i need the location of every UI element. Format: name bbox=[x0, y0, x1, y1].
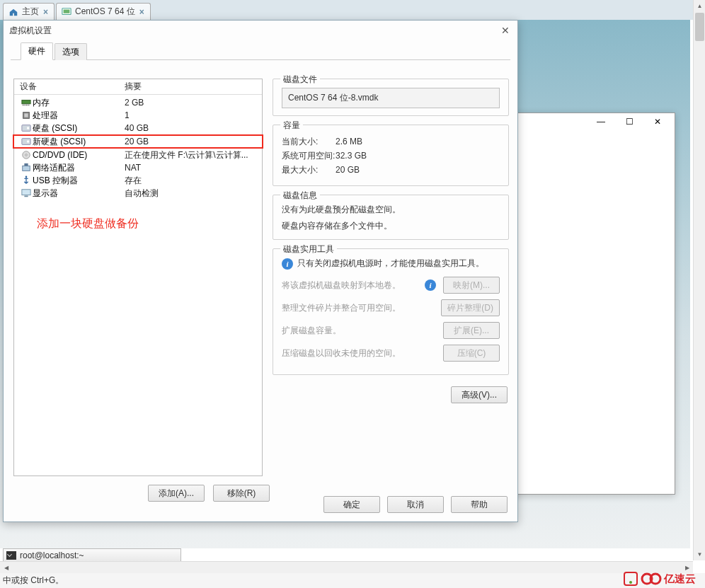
scroll-left-icon[interactable]: ◀ bbox=[0, 562, 12, 574]
browser-root: — ☐ ✕ 主页 × CentOS 7 64 位 × 虚拟机设置 ✕ 硬件 bbox=[0, 0, 705, 588]
close-button[interactable]: ✕ bbox=[643, 115, 672, 128]
svg-rect-4 bbox=[24, 105, 25, 106]
cap-free-label: 系统可用空间: bbox=[282, 150, 336, 162]
tab-hardware[interactable]: 硬件 bbox=[21, 42, 53, 60]
horizontal-scrollbar[interactable]: ◀ ▶ bbox=[0, 561, 693, 573]
hw-name: 处理器 bbox=[33, 110, 125, 122]
terminal-icon bbox=[6, 551, 16, 560]
map-text: 将该虚拟机磁盘映射到本地卷。 bbox=[282, 279, 425, 292]
defrag-text: 整理文件碎片并整合可用空间。 bbox=[282, 302, 441, 314]
hw-name: 网络适配器 bbox=[33, 162, 125, 174]
hw-row-network[interactable]: 网络适配器 NAT bbox=[14, 161, 262, 174]
remove-hardware-button[interactable]: 移除(R) bbox=[213, 485, 270, 502]
diskfile-value[interactable]: CentOS 7 64 位-8.vmdk bbox=[282, 88, 500, 108]
defrag-button[interactable]: 碎片整理(D) bbox=[441, 299, 500, 316]
hw-row-usb[interactable]: USB 控制器 存在 bbox=[14, 174, 262, 187]
dialog-titlebar: 虚拟机设置 ✕ bbox=[4, 21, 517, 40]
svg-point-23 bbox=[629, 581, 632, 584]
svg-rect-3 bbox=[23, 105, 23, 106]
ok-button[interactable]: 确定 bbox=[323, 496, 380, 513]
svg-rect-21 bbox=[24, 196, 28, 197]
cap-cur-label: 当前大小: bbox=[282, 136, 336, 148]
hw-summary: 2 GB bbox=[125, 98, 144, 108]
diskinfo-line2: 硬盘内容存储在多个文件中。 bbox=[282, 220, 500, 232]
tab-vm-close-icon[interactable]: × bbox=[139, 7, 144, 17]
taskbar-terminal[interactable]: root@localhost:~ bbox=[3, 548, 181, 563]
hw-row-memory[interactable]: 内存 2 GB bbox=[14, 96, 262, 109]
memory-icon bbox=[20, 98, 33, 108]
cap-cur-value: 2.6 MB bbox=[336, 137, 362, 146]
tab-vm[interactable]: CentOS 7 64 位 × bbox=[56, 3, 151, 20]
hw-name: 硬盘 (SCSI) bbox=[33, 122, 125, 134]
hw-row-processor[interactable]: 处理器 1 bbox=[14, 109, 262, 122]
diskinfo-line1: 没有为此硬盘预分配磁盘空间。 bbox=[282, 204, 500, 216]
svg-rect-2 bbox=[22, 100, 30, 104]
status-hint: 中或按 Ctrl+G。 bbox=[3, 575, 64, 587]
compact-text: 压缩磁盘以回收未使用的空间。 bbox=[282, 347, 443, 359]
cap-max-label: 最大大小: bbox=[282, 164, 336, 176]
taskbar-terminal-label: root@localhost:~ bbox=[20, 550, 84, 560]
group-diskinfo: 没有为此硬盘预分配磁盘空间。 硬盘内容存储在多个文件中。 bbox=[273, 195, 509, 240]
svg-rect-20 bbox=[22, 190, 30, 195]
hw-row-new-disk[interactable]: 新硬盘 (SCSI) 20 GB bbox=[13, 134, 263, 149]
scroll-thumb-v[interactable] bbox=[695, 13, 704, 41]
hardware-list: 设备 摘要 内存 2 GB 处理器 1 bbox=[13, 79, 263, 476]
svg-point-12 bbox=[27, 127, 30, 129]
maximize-button[interactable]: ☐ bbox=[615, 115, 643, 128]
brand-text: 亿速云 bbox=[663, 572, 696, 584]
hw-name: USB 控制器 bbox=[33, 175, 125, 187]
map-button[interactable]: 映射(M)... bbox=[443, 277, 500, 294]
hw-summary: 20 GB bbox=[125, 137, 149, 146]
home-icon bbox=[8, 6, 19, 18]
group-capacity: 当前大小:2.6 MB 系统可用空间:32.3 GB 最大大小:20 GB bbox=[273, 125, 509, 186]
svg-point-16 bbox=[25, 154, 28, 156]
hw-name: 新硬盘 (SCSI) bbox=[33, 136, 125, 148]
expand-button[interactable]: 扩展(E)... bbox=[443, 322, 500, 339]
brand-widget: 亿速云 bbox=[623, 568, 701, 588]
svg-rect-10 bbox=[24, 113, 28, 117]
tab-home-label: 主页 bbox=[22, 6, 39, 18]
disk-icon bbox=[20, 137, 33, 146]
svg-rect-1 bbox=[64, 9, 70, 13]
hw-name: 内存 bbox=[33, 97, 125, 109]
tab-home[interactable]: 主页 × bbox=[3, 3, 55, 20]
hw-summary: 自动检测 bbox=[125, 188, 159, 200]
svg-point-14 bbox=[27, 140, 30, 143]
group-diskfile: CentOS 7 64 位-8.vmdk bbox=[273, 79, 509, 116]
util-hint: 只有关闭虚拟机电源时，才能使用磁盘实用工具。 bbox=[297, 258, 484, 270]
col-device: 设备 bbox=[20, 81, 125, 93]
dialog-tabs: 硬件 选项 bbox=[11, 43, 510, 60]
tab-options[interactable]: 选项 bbox=[55, 43, 87, 60]
hardware-list-header: 设备 摘要 bbox=[14, 79, 262, 95]
advanced-button[interactable]: 高级(V)... bbox=[451, 386, 508, 403]
network-icon bbox=[20, 163, 33, 173]
svg-rect-18 bbox=[24, 163, 28, 166]
add-hardware-button[interactable]: 添加(A)... bbox=[148, 485, 205, 502]
minimize-button[interactable]: — bbox=[587, 115, 615, 128]
tab-strip: 主页 × CentOS 7 64 位 × bbox=[0, 0, 705, 20]
tab-vm-label: CentOS 7 64 位 bbox=[75, 6, 135, 18]
vm-settings-dialog: 虚拟机设置 ✕ 硬件 选项 设备 摘要 内存 2 GB bbox=[3, 20, 518, 522]
hw-row-cddvd[interactable]: CD/DVD (IDE) 正在使用文件 F:\云计算\云计算... bbox=[14, 149, 262, 161]
scroll-up-icon[interactable]: ▲ bbox=[694, 0, 705, 12]
hw-summary: 40 GB bbox=[125, 123, 149, 133]
hw-row-disk[interactable]: 硬盘 (SCSI) 40 GB bbox=[14, 122, 262, 134]
cap-free-value: 32.3 GB bbox=[336, 151, 367, 161]
hw-row-display[interactable]: 显示器 自动检测 bbox=[14, 187, 262, 200]
vertical-scrollbar[interactable]: ▲ ▼ bbox=[693, 0, 705, 560]
hw-summary: NAT bbox=[125, 163, 141, 173]
info-icon: i bbox=[282, 258, 293, 270]
compact-button[interactable]: 压缩(C) bbox=[443, 345, 500, 362]
disk-detail-panel: CentOS 7 64 位-8.vmdk 当前大小:2.6 MB 系统可用空间:… bbox=[273, 79, 509, 485]
hw-summary: 1 bbox=[125, 110, 130, 120]
svg-rect-7 bbox=[28, 105, 28, 106]
usb-icon bbox=[20, 175, 33, 185]
cancel-button[interactable]: 取消 bbox=[387, 496, 444, 513]
dialog-close-icon[interactable]: ✕ bbox=[499, 24, 512, 37]
svg-rect-8 bbox=[29, 105, 30, 106]
scroll-down-icon[interactable]: ▼ bbox=[694, 548, 705, 560]
tab-home-close-icon[interactable]: × bbox=[43, 7, 48, 17]
expand-text: 扩展磁盘容量。 bbox=[282, 325, 443, 337]
info-icon: i bbox=[425, 279, 436, 291]
help-button[interactable]: 帮助 bbox=[451, 496, 508, 513]
